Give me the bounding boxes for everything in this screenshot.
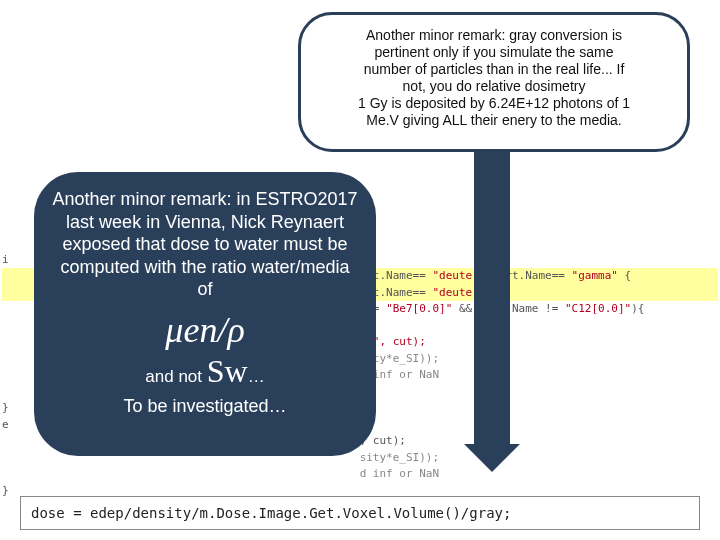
down-arrow	[470, 152, 514, 472]
code-line: e	[2, 418, 9, 431]
remark-text: To be investigated…	[52, 396, 358, 417]
remark-text: pertinent only if you simulate the same	[319, 44, 669, 61]
code-line: i	[2, 253, 9, 266]
code-line: }	[2, 484, 9, 497]
remark-text: not, you do relative dosimetry	[319, 78, 669, 95]
remark-text: number of particles than in the real lif…	[319, 61, 669, 78]
remark-text: Another minor remark: in ESTRO2017 last …	[52, 188, 358, 301]
code-line: d inf or NaN	[2, 467, 439, 480]
remark-bubble-top: Another minor remark: gray conversion is…	[298, 12, 690, 152]
remark-bubble-left: Another minor remark: in ESTRO2017 last …	[34, 172, 376, 456]
code-line	[2, 319, 9, 332]
formula-text: μen/ρ	[52, 309, 358, 351]
code-line: }	[2, 401, 9, 414]
code-result-line: dose = edep/density/m.Dose.Image.Get.Vox…	[20, 496, 700, 530]
code-line	[2, 385, 9, 398]
remark-text: Me.V giving ALL their enery to the media…	[319, 112, 669, 129]
remark-text: Another minor remark: gray conversion is	[319, 27, 669, 44]
remark-text: and not Sw…	[52, 353, 358, 390]
remark-text: 1 Gy is deposited by 6.24E+12 photons of…	[319, 95, 669, 112]
